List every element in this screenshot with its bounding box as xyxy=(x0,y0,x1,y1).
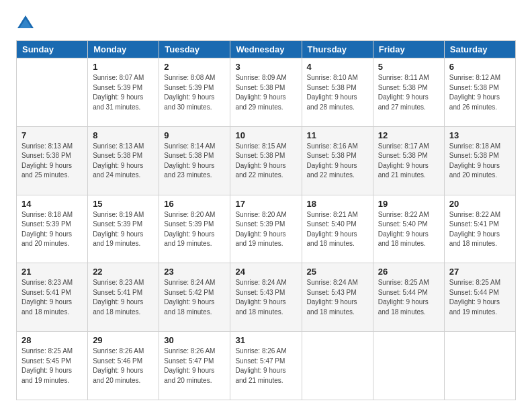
calendar-cell xyxy=(302,332,373,400)
calendar-cell: 1Sunrise: 8:07 AMSunset: 5:39 PMDaylight… xyxy=(88,58,159,127)
day-info: Sunrise: 8:26 AMSunset: 5:47 PMDaylight:… xyxy=(164,347,225,385)
day-info: Sunrise: 8:23 AMSunset: 5:41 PMDaylight:… xyxy=(93,278,154,317)
day-number: 27 xyxy=(449,267,511,277)
calendar-cell: 17Sunrise: 8:20 AMSunset: 5:39 PMDayligh… xyxy=(230,195,302,263)
calendar-cell: 29Sunrise: 8:26 AMSunset: 5:46 PMDayligh… xyxy=(88,332,159,400)
calendar-cell: 26Sunrise: 8:25 AMSunset: 5:44 PMDayligh… xyxy=(373,263,444,332)
day-number: 13 xyxy=(449,130,511,140)
day-number: 29 xyxy=(93,335,154,345)
calendar-cell: 16Sunrise: 8:20 AMSunset: 5:39 PMDayligh… xyxy=(159,195,230,263)
calendar-header-friday: Friday xyxy=(373,41,444,58)
logo-icon xyxy=(16,13,35,32)
day-info: Sunrise: 8:18 AMSunset: 5:38 PMDaylight:… xyxy=(449,142,511,181)
calendar-cell: 4Sunrise: 8:10 AMSunset: 5:38 PMDaylight… xyxy=(302,58,373,127)
calendar-header-wednesday: Wednesday xyxy=(230,41,302,58)
logo xyxy=(16,13,38,32)
day-number: 12 xyxy=(378,130,439,140)
day-number: 28 xyxy=(21,335,83,345)
calendar-cell: 18Sunrise: 8:21 AMSunset: 5:40 PMDayligh… xyxy=(302,195,373,263)
calendar-header-tuesday: Tuesday xyxy=(159,41,230,58)
day-info: Sunrise: 8:19 AMSunset: 5:39 PMDaylight:… xyxy=(93,210,154,249)
page: SundayMondayTuesdayWednesdayThursdayFrid… xyxy=(0,0,532,411)
day-info: Sunrise: 8:07 AMSunset: 5:39 PMDaylight:… xyxy=(93,73,154,112)
day-info: Sunrise: 8:25 AMSunset: 5:45 PMDaylight:… xyxy=(21,347,83,385)
day-info: Sunrise: 8:26 AMSunset: 5:46 PMDaylight:… xyxy=(93,347,154,385)
day-number: 5 xyxy=(378,62,439,72)
day-number: 22 xyxy=(93,267,154,277)
day-info: Sunrise: 8:18 AMSunset: 5:39 PMDaylight:… xyxy=(21,210,83,249)
calendar-cell: 8Sunrise: 8:13 AMSunset: 5:38 PMDaylight… xyxy=(88,126,159,195)
day-number: 9 xyxy=(164,130,225,140)
day-info: Sunrise: 8:09 AMSunset: 5:38 PMDaylight:… xyxy=(235,73,296,112)
day-info: Sunrise: 8:25 AMSunset: 5:44 PMDaylight:… xyxy=(378,278,439,317)
day-info: Sunrise: 8:12 AMSunset: 5:38 PMDaylight:… xyxy=(449,73,511,112)
day-number: 24 xyxy=(235,267,296,277)
day-info: Sunrise: 8:15 AMSunset: 5:38 PMDaylight:… xyxy=(235,142,296,181)
day-info: Sunrise: 8:24 AMSunset: 5:43 PMDaylight:… xyxy=(307,278,368,317)
day-info: Sunrise: 8:08 AMSunset: 5:39 PMDaylight:… xyxy=(164,73,225,112)
day-info: Sunrise: 8:10 AMSunset: 5:38 PMDaylight:… xyxy=(307,73,368,112)
calendar-header-saturday: Saturday xyxy=(444,41,515,58)
calendar-week-3: 14Sunrise: 8:18 AMSunset: 5:39 PMDayligh… xyxy=(17,195,516,263)
calendar-cell: 7Sunrise: 8:13 AMSunset: 5:38 PMDaylight… xyxy=(17,126,88,195)
day-info: Sunrise: 8:13 AMSunset: 5:38 PMDaylight:… xyxy=(93,142,154,181)
day-number: 14 xyxy=(21,199,83,209)
day-number: 18 xyxy=(307,199,368,209)
day-info: Sunrise: 8:22 AMSunset: 5:40 PMDaylight:… xyxy=(378,210,439,249)
calendar-header-thursday: Thursday xyxy=(302,41,373,58)
day-number: 25 xyxy=(307,267,368,277)
calendar-header-row: SundayMondayTuesdayWednesdayThursdayFrid… xyxy=(17,41,516,58)
day-info: Sunrise: 8:17 AMSunset: 5:38 PMDaylight:… xyxy=(378,142,439,181)
day-info: Sunrise: 8:22 AMSunset: 5:41 PMDaylight:… xyxy=(449,210,511,249)
calendar-header-monday: Monday xyxy=(88,41,159,58)
calendar-cell: 2Sunrise: 8:08 AMSunset: 5:39 PMDaylight… xyxy=(159,58,230,127)
day-info: Sunrise: 8:26 AMSunset: 5:47 PMDaylight:… xyxy=(235,347,296,385)
day-info: Sunrise: 8:20 AMSunset: 5:39 PMDaylight:… xyxy=(164,210,225,249)
calendar-cell xyxy=(17,58,88,127)
calendar-week-4: 21Sunrise: 8:23 AMSunset: 5:41 PMDayligh… xyxy=(17,263,516,332)
header xyxy=(16,13,516,32)
calendar-cell: 22Sunrise: 8:23 AMSunset: 5:41 PMDayligh… xyxy=(88,263,159,332)
day-number: 2 xyxy=(164,62,225,72)
day-info: Sunrise: 8:11 AMSunset: 5:38 PMDaylight:… xyxy=(378,73,439,112)
day-info: Sunrise: 8:24 AMSunset: 5:42 PMDaylight:… xyxy=(164,278,225,317)
day-info: Sunrise: 8:23 AMSunset: 5:41 PMDaylight:… xyxy=(21,278,83,317)
calendar-cell xyxy=(444,332,515,400)
calendar-cell: 23Sunrise: 8:24 AMSunset: 5:42 PMDayligh… xyxy=(159,263,230,332)
calendar-cell: 12Sunrise: 8:17 AMSunset: 5:38 PMDayligh… xyxy=(373,126,444,195)
day-info: Sunrise: 8:21 AMSunset: 5:40 PMDaylight:… xyxy=(307,210,368,249)
calendar-cell: 5Sunrise: 8:11 AMSunset: 5:38 PMDaylight… xyxy=(373,58,444,127)
day-number: 31 xyxy=(235,335,296,345)
calendar-week-2: 7Sunrise: 8:13 AMSunset: 5:38 PMDaylight… xyxy=(17,126,516,195)
calendar-cell: 11Sunrise: 8:16 AMSunset: 5:38 PMDayligh… xyxy=(302,126,373,195)
calendar-cell: 14Sunrise: 8:18 AMSunset: 5:39 PMDayligh… xyxy=(17,195,88,263)
calendar-cell: 30Sunrise: 8:26 AMSunset: 5:47 PMDayligh… xyxy=(159,332,230,400)
calendar-week-5: 28Sunrise: 8:25 AMSunset: 5:45 PMDayligh… xyxy=(17,332,516,400)
day-number: 16 xyxy=(164,199,225,209)
calendar-header-sunday: Sunday xyxy=(17,41,88,58)
calendar-cell: 15Sunrise: 8:19 AMSunset: 5:39 PMDayligh… xyxy=(88,195,159,263)
calendar-cell xyxy=(373,332,444,400)
day-number: 19 xyxy=(378,199,439,209)
day-number: 1 xyxy=(93,62,154,72)
calendar-cell: 25Sunrise: 8:24 AMSunset: 5:43 PMDayligh… xyxy=(302,263,373,332)
calendar-week-1: 1Sunrise: 8:07 AMSunset: 5:39 PMDaylight… xyxy=(17,58,516,127)
day-number: 30 xyxy=(164,335,225,345)
calendar-cell: 31Sunrise: 8:26 AMSunset: 5:47 PMDayligh… xyxy=(230,332,302,400)
day-number: 6 xyxy=(449,62,511,72)
day-number: 8 xyxy=(93,130,154,140)
day-number: 7 xyxy=(21,130,83,140)
day-info: Sunrise: 8:24 AMSunset: 5:43 PMDaylight:… xyxy=(235,278,296,317)
calendar-cell: 24Sunrise: 8:24 AMSunset: 5:43 PMDayligh… xyxy=(230,263,302,332)
day-number: 15 xyxy=(93,199,154,209)
calendar-cell: 27Sunrise: 8:25 AMSunset: 5:44 PMDayligh… xyxy=(444,263,515,332)
calendar-cell: 21Sunrise: 8:23 AMSunset: 5:41 PMDayligh… xyxy=(17,263,88,332)
day-number: 17 xyxy=(235,199,296,209)
day-number: 10 xyxy=(235,130,296,140)
day-number: 4 xyxy=(307,62,368,72)
day-info: Sunrise: 8:14 AMSunset: 5:38 PMDaylight:… xyxy=(164,142,225,181)
day-number: 3 xyxy=(235,62,296,72)
day-number: 23 xyxy=(164,267,225,277)
day-number: 11 xyxy=(307,130,368,140)
calendar-cell: 3Sunrise: 8:09 AMSunset: 5:38 PMDaylight… xyxy=(230,58,302,127)
